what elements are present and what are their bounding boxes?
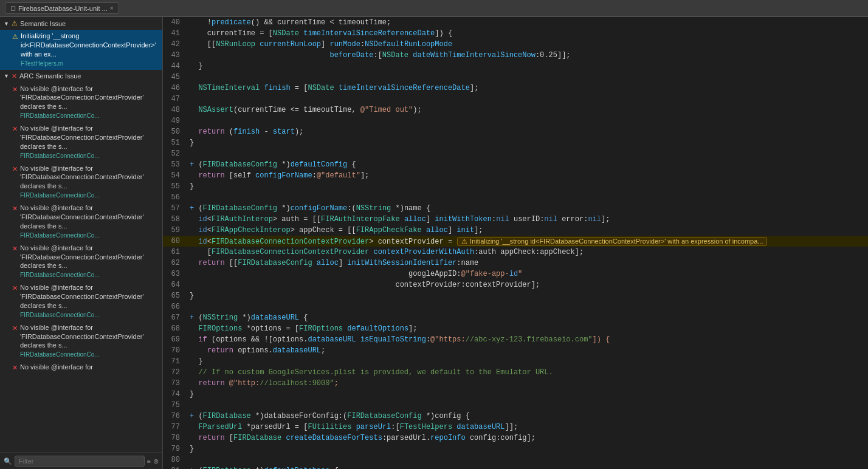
line-number: 80 bbox=[163, 454, 187, 465]
error-item-file: FIRDatabaseConnectionCo... bbox=[20, 112, 159, 120]
tab-close-button[interactable]: × bbox=[110, 5, 114, 12]
warning-triangle-icon: ⚠ bbox=[461, 238, 467, 245]
error-tree-item[interactable]: ✕ No visible @interface for 'FIRDatabase… bbox=[0, 162, 162, 202]
line-content: } bbox=[187, 290, 868, 301]
line-number: 64 bbox=[163, 279, 187, 290]
line-content: } bbox=[187, 61, 868, 72]
line-number: 45 bbox=[163, 72, 187, 83]
line-number: 63 bbox=[163, 269, 187, 279]
code-line: 48 NSAssert(currentTime <= timeoutTime, … bbox=[163, 104, 868, 115]
error-item-content: No visible @interface for 'FIRDatabaseCo… bbox=[20, 204, 159, 240]
code-line: 68 FIROptions *options = [FIROptions def… bbox=[163, 323, 868, 334]
sidebar-content: ▼ ⚠ Semantic Issue ⚠ Initializing '__str… bbox=[0, 17, 162, 453]
line-number: 60 bbox=[163, 236, 187, 247]
code-line: 45 bbox=[163, 72, 868, 83]
line-content bbox=[187, 454, 868, 465]
line-number: 79 bbox=[163, 443, 187, 454]
line-number: 43 bbox=[163, 50, 187, 61]
error-item-content: No visible @interface for 'FIRDatabaseCo… bbox=[20, 323, 159, 360]
code-line: 81+ (FIRDatabase *)defaultDatabase { bbox=[163, 465, 868, 469]
line-number: 58 bbox=[163, 214, 187, 225]
error-item-file: FIRDatabaseConnectionCo... bbox=[20, 152, 159, 160]
code-line: 43 beforeDate:[NSDate dateWithTimeInterv… bbox=[163, 50, 868, 61]
line-content: return [FIRDatabase createDatabaseForTes… bbox=[187, 433, 868, 443]
line-content: NSAssert(currentTime <= timeoutTime, @"T… bbox=[187, 104, 868, 115]
filter-clear-icon[interactable]: ⊗ bbox=[153, 457, 159, 465]
line-content: + (NSString *)databaseURL { bbox=[187, 312, 868, 323]
warning-tree-item[interactable]: ⚠ Initializing '__strong id<FIRDatabaseC… bbox=[0, 30, 162, 70]
code-line: 65} bbox=[163, 290, 868, 301]
code-line: 42 [[NSRunLoop currentRunLoop] runMode:N… bbox=[163, 39, 868, 50]
code-line: 64 contextProvider:contextProvider]; bbox=[163, 279, 868, 290]
line-content: googleAppID:@"fake-app-id" bbox=[187, 269, 868, 279]
error-item-text: No visible @interface for 'FIRDatabaseCo… bbox=[20, 204, 159, 231]
tab-item[interactable]: ◻ FirebaseDatabase-Unit-unit ... × bbox=[5, 2, 119, 14]
line-content: + (FIRDatabaseConfig *)configForName:(NS… bbox=[187, 203, 868, 214]
error-tree-item[interactable]: ✕ No visible @interface for 'FIRDatabase… bbox=[0, 122, 162, 162]
line-content: } bbox=[187, 356, 868, 367]
error-item-content: No visible @interface for 'FIRDatabaseCo… bbox=[20, 283, 159, 320]
code-line: 55} bbox=[163, 181, 868, 192]
error-tree-item[interactable]: ✕ No visible @interface for 'FIRDatabase… bbox=[0, 281, 162, 321]
error-item-content: No visible @interface for 'FIRDatabaseCo… bbox=[20, 244, 159, 280]
search-bar: 🔍 ≡ ⊗ bbox=[0, 453, 162, 469]
line-number: 59 bbox=[163, 225, 187, 236]
semantic-issue-header[interactable]: ▼ ⚠ Semantic Issue bbox=[0, 17, 162, 30]
line-number: 48 bbox=[163, 104, 187, 115]
error-item-icon: ✕ bbox=[12, 363, 18, 372]
error-item-icon: ✕ bbox=[12, 284, 18, 293]
line-number: 68 bbox=[163, 323, 187, 334]
line-content: } bbox=[187, 389, 868, 400]
error-item-text: No visible @interface for 'FIRDatabaseCo… bbox=[20, 164, 159, 191]
line-content: return options.databaseURL; bbox=[187, 345, 868, 356]
line-number: 55 bbox=[163, 181, 187, 192]
error-item-text: No visible @interface for 'FIRDatabaseCo… bbox=[20, 84, 159, 112]
chevron-down-icon: ▼ bbox=[4, 21, 9, 27]
line-number: 42 bbox=[163, 39, 187, 50]
line-content bbox=[187, 301, 868, 312]
error-tree-item[interactable]: ✕ No visible @interface for bbox=[0, 361, 162, 374]
filter-input[interactable] bbox=[15, 456, 145, 467]
arc-section-header[interactable]: ▼ ✕ ARC Semantic Issue bbox=[0, 70, 162, 83]
line-number: 70 bbox=[163, 345, 187, 356]
code-line: 62 return [[FIRDatabaseConfig alloc] ini… bbox=[163, 258, 868, 269]
code-line: 70 return options.databaseURL; bbox=[163, 345, 868, 356]
line-content: return (finish - start); bbox=[187, 126, 868, 137]
code-line: 75 bbox=[163, 400, 868, 411]
error-item-text: No visible @interface for 'FIRDatabaseCo… bbox=[20, 124, 159, 151]
line-content: + (FIRDatabase *)defaultDatabase { bbox=[187, 465, 868, 469]
error-tree-item[interactable]: ✕ No visible @interface for 'FIRDatabase… bbox=[0, 202, 162, 242]
line-number: 69 bbox=[163, 334, 187, 345]
code-line: 63 googleAppID:@"fake-app-id" bbox=[163, 269, 868, 279]
error-item-icon: ✕ bbox=[12, 204, 18, 213]
error-item-text: No visible @interface for bbox=[20, 363, 159, 372]
warning-item-file: FTestHelpers.m bbox=[21, 60, 159, 68]
filter-options-icon[interactable]: ≡ bbox=[147, 457, 151, 465]
error-item-file: FIRDatabaseConnectionCo... bbox=[20, 271, 159, 279]
line-content: return @"http://localhost:9000"; bbox=[187, 378, 868, 389]
code-line: 51} bbox=[163, 137, 868, 148]
line-number: 65 bbox=[163, 290, 187, 301]
error-list: ✕ No visible @interface for 'FIRDatabase… bbox=[0, 83, 162, 375]
warning-item-icon: ⚠ bbox=[12, 32, 18, 41]
error-tree-item[interactable]: ✕ No visible @interface for 'FIRDatabase… bbox=[0, 242, 162, 282]
line-content: FParsedUrl *parsedUrl = [FUtilities pars… bbox=[187, 422, 868, 433]
line-content: id<FIRDatabaseConnectionContextProvider>… bbox=[187, 236, 868, 247]
error-tree-item[interactable]: ✕ No visible @interface for 'FIRDatabase… bbox=[0, 83, 162, 123]
code-line: 66 bbox=[163, 301, 868, 312]
error-item-file: FIRDatabaseConnectionCo... bbox=[20, 311, 159, 320]
error-item-text: No visible @interface for 'FIRDatabaseCo… bbox=[20, 283, 159, 310]
error-tree-item[interactable]: ✕ No visible @interface for 'FIRDatabase… bbox=[0, 321, 162, 361]
error-item-content: No visible @interface for 'FIRDatabaseCo… bbox=[20, 84, 159, 121]
line-number: 52 bbox=[163, 148, 187, 159]
line-number: 81 bbox=[163, 465, 187, 469]
code-line: 72 // If no custom GoogleServices.plist … bbox=[163, 367, 868, 378]
line-number: 76 bbox=[163, 411, 187, 422]
line-number: 49 bbox=[163, 115, 187, 126]
line-content: [FIRDatabaseConnectionContextProvider co… bbox=[187, 247, 868, 258]
line-content: // If no custom GoogleServices.plist is … bbox=[187, 367, 868, 378]
code-line: 57+ (FIRDatabaseConfig *)configForName:(… bbox=[163, 203, 868, 214]
line-number: 41 bbox=[163, 28, 187, 39]
semantic-issue-label: Semantic Issue bbox=[20, 20, 66, 27]
code-area[interactable]: 40 !predicate() && currentTime < timeout… bbox=[163, 17, 868, 469]
